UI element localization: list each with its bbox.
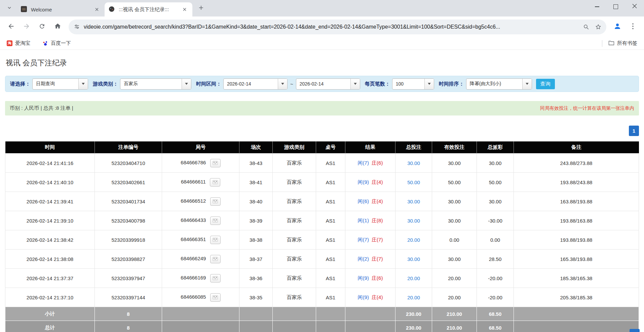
table-footer: 小计 8 230.00 210.00 68.50 总计 8 bbox=[5, 307, 639, 332]
roadmap-button[interactable] bbox=[210, 197, 221, 206]
cell-note: 193.88/163.88 bbox=[514, 211, 639, 230]
cell-bet-id: 523203399918 bbox=[95, 230, 162, 250]
bet-records-table: 时间 注单编号 局号 场次 游戏类别 桌号 结果 总投注 有效投注 总派彩 备注… bbox=[5, 141, 639, 332]
date-start-select[interactable]: 2026-02-14 bbox=[223, 78, 288, 90]
bookmark-star-icon[interactable] bbox=[592, 21, 604, 33]
roadmap-button[interactable] bbox=[210, 274, 221, 283]
roadmap-button[interactable] bbox=[210, 255, 221, 263]
total-bet-link[interactable]: 20.00 bbox=[407, 275, 420, 281]
total-bet-link[interactable]: 30.00 bbox=[407, 256, 420, 262]
cell-round: 684666351 bbox=[162, 230, 239, 250]
cell-note: 193.88/193.88 bbox=[514, 230, 639, 250]
url-text[interactable]: videoie.com/game/betrecord_search/kind3?… bbox=[84, 24, 580, 30]
game-type-select[interactable]: 百家乐 bbox=[120, 78, 191, 90]
cell-valid-bet: 30.00 bbox=[432, 250, 477, 269]
table-row: 2026-02-14 21:41:16 523203404710 6846667… bbox=[5, 154, 639, 173]
table-row: 2026-02-14 21:39:41 523203401734 6846665… bbox=[5, 192, 639, 211]
filter-label-date-range: 时间区间： bbox=[196, 81, 221, 87]
result-banker: 庄(4) bbox=[372, 179, 383, 185]
cell-total-bet: 50.00 bbox=[395, 173, 432, 192]
bookmark-baidu[interactable]: 百度一下 bbox=[41, 39, 72, 48]
search-button[interactable]: 查询 bbox=[536, 79, 555, 89]
tab-favicon bbox=[109, 6, 115, 13]
zoom-icon[interactable] bbox=[580, 21, 592, 33]
total-bet-link[interactable]: 50.00 bbox=[407, 179, 420, 185]
dropdown-icon[interactable] bbox=[278, 79, 287, 89]
tab-betrecord[interactable]: :::视讯 会员下注纪录::: bbox=[105, 2, 192, 16]
cell-valid-bet: 20.00 bbox=[432, 288, 477, 307]
query-type-select[interactable]: 日期查询 bbox=[32, 78, 88, 90]
dropdown-icon[interactable] bbox=[78, 79, 88, 89]
site-settings-icon[interactable] bbox=[74, 24, 80, 30]
result-banker: 庄(6) bbox=[372, 275, 383, 281]
roadmap-button[interactable] bbox=[210, 159, 221, 167]
header-note: 备注 bbox=[514, 141, 639, 154]
footer-empty-cell bbox=[239, 321, 273, 332]
bottom-pagination-button[interactable]: 1 bbox=[630, 329, 640, 332]
roadmap-button[interactable] bbox=[210, 236, 221, 244]
chevron-down-icon bbox=[7, 5, 12, 11]
total-bet-link[interactable]: 20.00 bbox=[407, 237, 420, 243]
footer-empty-cell bbox=[162, 321, 239, 332]
page-button-1[interactable]: 1 bbox=[629, 126, 639, 136]
tab-close-icon[interactable] bbox=[181, 6, 188, 13]
table-row: 2026-02-14 21:37:10 523203397144 6846660… bbox=[5, 288, 639, 307]
result-banker: 庄(8) bbox=[372, 218, 383, 223]
date-end-select[interactable]: 2026-02-14 bbox=[296, 78, 360, 90]
window-close-button[interactable] bbox=[625, 0, 644, 13]
round-number: 684666249 bbox=[181, 256, 206, 261]
roadmap-icon bbox=[213, 257, 218, 261]
tab-search-button[interactable] bbox=[3, 2, 15, 14]
header-payout: 总派彩 bbox=[477, 141, 514, 154]
address-bar[interactable]: videoie.com/game/betrecord_search/kind3?… bbox=[69, 20, 606, 34]
sort-order-select[interactable]: 降幂(由大到小) bbox=[466, 78, 532, 90]
roadmap-button[interactable] bbox=[210, 217, 221, 225]
browser-toolbar: videoie.com/game/betrecord_search/kind3?… bbox=[0, 16, 644, 37]
cell-total-bet: 30.00 bbox=[395, 250, 432, 269]
roadmap-button[interactable] bbox=[210, 293, 221, 302]
tab-close-icon[interactable] bbox=[93, 6, 101, 13]
all-bookmarks-button[interactable]: 所有书签 bbox=[607, 39, 639, 48]
dropdown-icon[interactable] bbox=[424, 79, 434, 89]
cell-result: 闲(7) 庄(7) bbox=[345, 230, 395, 250]
dropdown-icon[interactable] bbox=[522, 79, 532, 89]
window-minimize-button[interactable] bbox=[588, 0, 606, 13]
cell-valid-bet: 30.00 bbox=[432, 211, 477, 230]
browser-menu-button[interactable] bbox=[625, 19, 641, 35]
result-player: 闲(6) bbox=[358, 198, 369, 204]
profile-avatar[interactable] bbox=[610, 19, 625, 35]
cell-bet-id: 523203400798 bbox=[95, 211, 162, 230]
header-time: 时间 bbox=[5, 141, 95, 154]
cell-payout: 0.00 bbox=[477, 230, 514, 250]
new-tab-button[interactable] bbox=[195, 2, 207, 14]
cell-note: 165.38/193.88 bbox=[514, 250, 639, 269]
cell-session: 38-43 bbox=[239, 154, 273, 173]
cell-total-bet: 20.00 bbox=[395, 288, 432, 307]
round-number: 684666611 bbox=[181, 179, 206, 185]
total-bet-link[interactable]: 30.00 bbox=[407, 160, 420, 166]
result-banker: 庄(7) bbox=[372, 256, 383, 262]
total-bet-link[interactable]: 30.00 bbox=[407, 218, 420, 224]
taobao-icon: 淘 bbox=[7, 40, 12, 46]
dropdown-icon[interactable] bbox=[350, 79, 360, 89]
cell-total-bet: 30.00 bbox=[395, 192, 432, 211]
baidu-icon bbox=[42, 40, 48, 46]
cell-note: 205.38/185.38 bbox=[514, 288, 639, 307]
back-button[interactable] bbox=[3, 19, 19, 35]
footer-empty-cell bbox=[239, 307, 273, 321]
three-dot-menu-icon bbox=[632, 23, 634, 31]
roadmap-button[interactable] bbox=[210, 178, 220, 187]
cell-session: 38-39 bbox=[239, 211, 273, 230]
total-total-bet: 230.00 bbox=[395, 321, 432, 332]
per-page-select[interactable]: 100 bbox=[392, 78, 434, 90]
reload-button[interactable] bbox=[34, 19, 50, 35]
bookmark-taobao[interactable]: 淘 爱淘宝 bbox=[5, 39, 32, 48]
forward-button[interactable] bbox=[19, 19, 34, 35]
tab-welcome[interactable]: Welcome bbox=[17, 2, 105, 16]
total-bet-link[interactable]: 20.00 bbox=[407, 295, 420, 300]
window-maximize-button[interactable] bbox=[606, 0, 625, 13]
total-bet-link[interactable]: 30.00 bbox=[407, 199, 420, 204]
filter-label-per-page: 每页笔数： bbox=[365, 81, 390, 87]
home-button[interactable] bbox=[50, 19, 65, 35]
dropdown-icon[interactable] bbox=[182, 79, 191, 89]
